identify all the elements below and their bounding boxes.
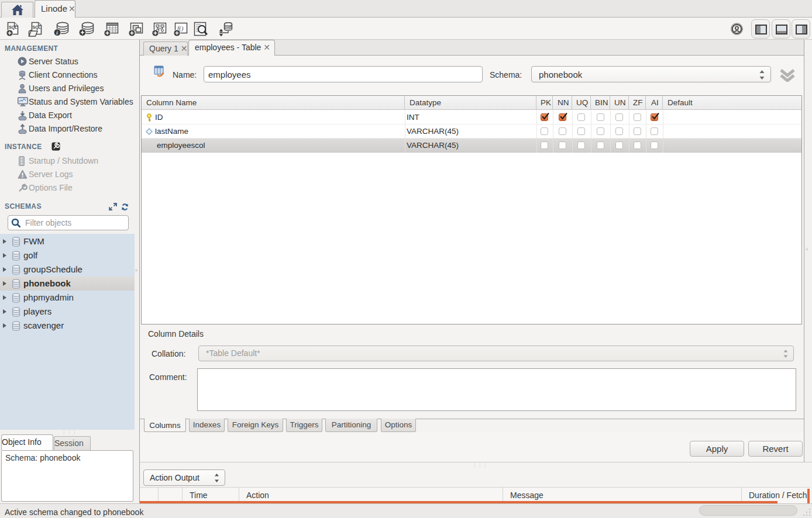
svg-text:SQL: SQL (33, 25, 42, 30)
svg-text:SQL: SQL (9, 25, 18, 30)
